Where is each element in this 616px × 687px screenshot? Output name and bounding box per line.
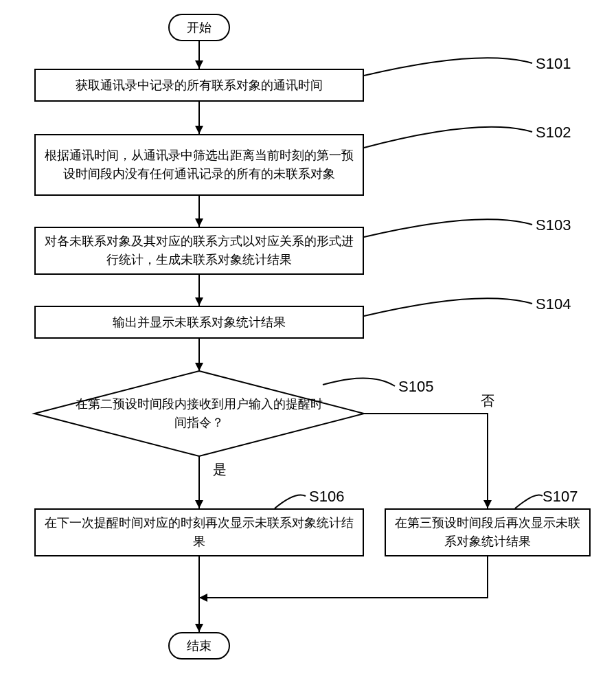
svg-marker-7 <box>195 297 203 306</box>
svg-marker-14 <box>195 624 203 632</box>
edge-label-no: 否 <box>481 392 494 410</box>
svg-marker-1 <box>195 60 203 69</box>
callout-s105 <box>323 378 395 386</box>
svg-marker-9 <box>195 363 203 371</box>
decision-diamond <box>34 371 364 456</box>
callout-s102 <box>364 127 532 148</box>
step-label-s105: S105 <box>398 378 433 396</box>
step-label-s107: S107 <box>543 488 578 506</box>
end-terminator: 结束 <box>168 632 230 660</box>
step-label-s106: S106 <box>309 488 344 506</box>
step-label-s102: S102 <box>536 124 571 142</box>
process-s106: 在下一次提醒时间对应的时刻再次显示未联系对象统计结果 <box>34 508 364 556</box>
step-label-s103: S103 <box>536 216 571 234</box>
process-s103: 对各未联系对象及其对应的联系方式以对应关系的形式进行统计，生成未联系对象统计结果 <box>34 227 364 275</box>
svg-marker-15 <box>199 594 207 602</box>
edge-label-yes: 是 <box>213 460 227 479</box>
decision-s105-text: 在第二预设时间段内接收到用户输入的提醒时间指令？ <box>72 395 326 432</box>
svg-marker-5 <box>195 218 203 227</box>
start-terminator: 开始 <box>168 14 230 41</box>
svg-marker-12 <box>483 500 492 508</box>
process-s101: 获取通讯录中记录的所有联系对象的通讯时间 <box>34 69 364 102</box>
callout-s101 <box>364 58 532 76</box>
flowchart-container: 开始 获取通讯录中记录的所有联系对象的通讯时间 根据通讯时间，从通讯录中筛选出距… <box>14 14 602 673</box>
callout-s106 <box>275 495 306 508</box>
svg-marker-11 <box>195 500 203 508</box>
step-label-s104: S104 <box>536 295 571 313</box>
process-s102: 根据通讯时间，从通讯录中筛选出距离当前时刻的第一预设时间段内没有任何通讯记录的所… <box>34 134 364 196</box>
process-s107: 在第三预设时间段后再次显示未联系对象统计结果 <box>385 508 591 556</box>
callout-s107 <box>515 495 543 508</box>
callout-s103 <box>364 219 532 237</box>
process-s104: 输出并显示未联系对象统计结果 <box>34 306 364 339</box>
svg-marker-3 <box>195 126 203 134</box>
callout-s104 <box>364 298 532 316</box>
connectors-svg <box>14 14 602 673</box>
step-label-s101: S101 <box>536 55 571 73</box>
